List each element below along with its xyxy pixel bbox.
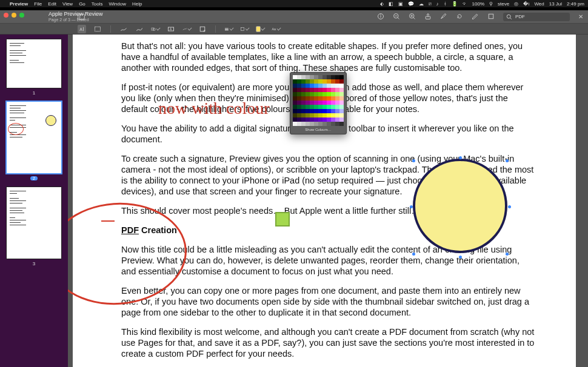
status-cloud-icon[interactable]: ☁ — [419, 1, 424, 7]
color-swatch[interactable] — [339, 75, 344, 79]
status-user[interactable]: steve — [498, 1, 509, 7]
color-swatch[interactable] — [297, 75, 301, 79]
color-swatch[interactable] — [310, 109, 314, 113]
color-swatch[interactable] — [297, 113, 301, 117]
selection-handle[interactable] — [410, 205, 413, 208]
zoom-in-icon[interactable] — [409, 13, 416, 21]
rotate-icon[interactable] — [456, 13, 463, 21]
color-swatch[interactable] — [318, 92, 322, 96]
sketch-tool[interactable] — [119, 25, 128, 33]
status-chat-icon[interactable]: 💬 — [408, 1, 414, 7]
color-swatch[interactable] — [314, 79, 318, 84]
color-swatch[interactable] — [318, 101, 322, 105]
status-magnet-icon[interactable]: ▣ — [398, 1, 403, 7]
color-swatch[interactable] — [293, 113, 297, 117]
color-swatch[interactable] — [322, 96, 327, 101]
color-swatch[interactable] — [301, 117, 306, 122]
color-swatch[interactable] — [310, 117, 314, 122]
menu-file[interactable]: File — [34, 1, 42, 7]
color-swatch[interactable] — [310, 88, 314, 92]
page-thumbnail[interactable]: ▬▬▬▬▬▬▬▬▬▬▬▬▬▬▬▬▬▬▬▬▬▬▬▬▬▬▬▬▬▬▬▬▬▬▬▬▬▬▬▬… — [7, 187, 61, 259]
menu-help[interactable]: Help — [132, 1, 142, 7]
menu-app[interactable]: Preview — [10, 1, 28, 7]
color-swatch[interactable] — [339, 105, 344, 109]
border-color-tool[interactable] — [240, 25, 249, 33]
color-swatch[interactable] — [331, 122, 335, 126]
color-swatch[interactable] — [335, 92, 339, 96]
color-swatch[interactable] — [314, 92, 318, 96]
color-swatch[interactable] — [310, 92, 314, 96]
search-input[interactable] — [515, 14, 564, 19]
text-select-tool[interactable]: A — [78, 25, 86, 33]
color-swatch[interactable] — [306, 96, 310, 101]
color-swatch[interactable] — [297, 105, 301, 109]
color-swatch[interactable] — [335, 109, 339, 113]
color-swatch[interactable] — [301, 75, 306, 79]
color-swatch[interactable] — [297, 79, 301, 84]
color-swatch[interactable] — [318, 122, 322, 126]
color-swatch[interactable] — [293, 117, 297, 122]
status-day[interactable]: Wed — [534, 1, 544, 7]
color-swatch[interactable] — [331, 84, 335, 88]
color-swatch[interactable] — [306, 79, 310, 84]
color-swatch[interactable] — [293, 109, 297, 113]
color-swatch[interactable] — [297, 96, 301, 101]
color-swatch[interactable] — [322, 122, 327, 126]
page-thumbnail[interactable]: ▬▬▬▬▬▬▬▬▬▬▬▬▬▬▬▬▬▬▬▬▬▬▬▬▬▬▬▬▬▬▬▬▬▬▬▬▬▬▬▬… — [7, 102, 61, 173]
color-swatch[interactable] — [310, 75, 314, 79]
circle-shape-annotation[interactable] — [413, 159, 507, 253]
color-swatch[interactable] — [297, 117, 301, 122]
color-swatch[interactable] — [306, 117, 310, 122]
color-swatch[interactable] — [301, 101, 306, 105]
note-tool[interactable] — [198, 25, 207, 33]
color-swatch[interactable] — [327, 92, 331, 96]
color-swatch[interactable] — [318, 79, 322, 84]
color-swatch[interactable] — [318, 105, 322, 109]
status-audio-icon[interactable]: ♪ — [436, 1, 439, 7]
color-swatch[interactable] — [331, 109, 335, 113]
color-swatch[interactable] — [331, 105, 335, 109]
color-swatch[interactable] — [297, 92, 301, 96]
border-style-tool[interactable] — [224, 25, 233, 33]
color-swatch[interactable] — [335, 113, 339, 117]
color-swatch[interactable] — [327, 113, 331, 117]
color-swatch[interactable] — [327, 96, 331, 101]
color-swatch[interactable] — [331, 92, 335, 96]
color-swatch[interactable] — [310, 84, 314, 88]
color-swatch[interactable] — [306, 88, 310, 92]
color-swatch[interactable] — [335, 122, 339, 126]
color-swatch[interactable] — [314, 88, 318, 92]
color-swatch[interactable] — [314, 113, 318, 117]
menu-go[interactable]: Go — [79, 1, 85, 7]
color-swatch[interactable] — [322, 79, 327, 84]
zoom-button[interactable] — [19, 13, 24, 18]
color-swatch[interactable] — [306, 92, 310, 96]
color-swatch[interactable] — [293, 96, 297, 101]
color-swatch[interactable] — [339, 88, 344, 92]
color-swatch[interactable] — [335, 96, 339, 101]
color-swatch[interactable] — [322, 84, 327, 88]
color-swatch[interactable] — [318, 75, 322, 79]
document-viewport[interactable]: But that's not all: you have various too… — [68, 35, 588, 367]
selection-handle[interactable] — [412, 253, 415, 256]
menu-edit[interactable]: Edit — [48, 1, 56, 7]
status-display-icon[interactable]: ⎚ — [429, 1, 432, 7]
color-swatch[interactable] — [318, 117, 322, 122]
color-swatch[interactable] — [327, 117, 331, 122]
fill-color-tool[interactable] — [256, 25, 264, 33]
color-swatch[interactable] — [339, 101, 344, 105]
markup-icon[interactable] — [472, 13, 479, 21]
color-swatch[interactable] — [301, 105, 306, 109]
color-swatch[interactable] — [322, 75, 327, 79]
color-swatch[interactable] — [331, 101, 335, 105]
status-app-icon[interactable]: ◧ — [389, 1, 393, 7]
crop-icon[interactable] — [487, 13, 495, 21]
color-swatch[interactable] — [314, 105, 318, 109]
color-swatch[interactable] — [314, 117, 318, 122]
color-swatch[interactable] — [335, 117, 339, 122]
status-controlcenter-icon[interactable]: �ì — [523, 1, 529, 7]
text-style-tool[interactable]: Aa — [272, 25, 280, 33]
color-swatch[interactable] — [306, 122, 310, 126]
color-swatch[interactable] — [310, 122, 314, 126]
color-swatch[interactable] — [327, 109, 331, 113]
